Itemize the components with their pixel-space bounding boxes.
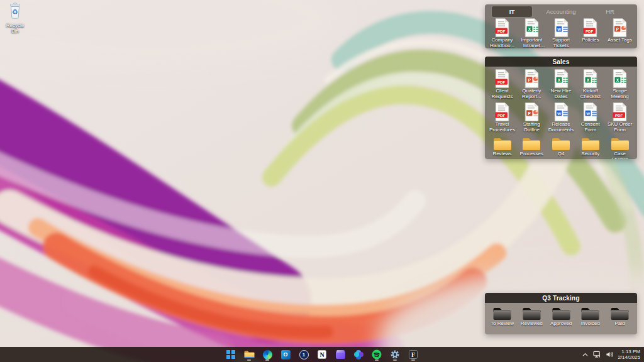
- gear-icon: [390, 349, 400, 359]
- taskbar-clock[interactable]: 1:13 PM 2/14/2025: [618, 349, 641, 360]
- pdf-file-icon: PDF: [494, 18, 510, 37]
- tab-hr[interactable]: HR: [590, 6, 630, 17]
- file-explorer-icon: [244, 350, 255, 359]
- desktop-item-support-tickets[interactable]: W Support Tickets: [547, 18, 575, 48]
- fences-group-it: ITAccountingHR PDF Company Handboo... X …: [485, 4, 637, 48]
- desktop-item-label: Quaterly Report...: [518, 89, 546, 99]
- svg-text:P: P: [528, 111, 531, 116]
- word-file-icon: W: [553, 18, 569, 37]
- folder-dark-file-icon: [522, 305, 541, 321]
- sales-title: Sales: [552, 58, 569, 65]
- outlook-icon: O: [281, 350, 291, 359]
- desktop-item-processes[interactable]: Processes: [518, 136, 546, 159]
- desktop-item-label: Travel Procedures: [488, 122, 516, 133]
- network-tray-icon[interactable]: [593, 351, 601, 358]
- fences-tab-bar: ITAccountingHR: [487, 6, 635, 17]
- pdf-file-icon: PDF: [494, 102, 510, 121]
- fences-taskbar-button[interactable]: F: [407, 348, 419, 361]
- svg-text:PDF: PDF: [497, 29, 505, 33]
- clock-date: 2/14/2025: [618, 354, 640, 360]
- windows-start-icon: [226, 350, 235, 359]
- folder-file-icon: [611, 136, 630, 151]
- desktop-item-important-intranet-links[interactable]: X Important Intranet Links: [518, 18, 546, 48]
- desktop-item-label: Client Requests: [488, 89, 516, 99]
- photos-taskbar-button[interactable]: [352, 348, 365, 361]
- notion-taskbar-button[interactable]: N: [316, 348, 328, 361]
- desktop-item-kickoff-checklist[interactable]: X Kickoff Checklist: [576, 69, 604, 101]
- desktop-item-reviewed[interactable]: Reviewed: [518, 305, 546, 327]
- desktop-item-approved[interactable]: Approved: [547, 305, 575, 327]
- folder-dark-file-icon: [552, 305, 571, 321]
- recycle-bin-icon: ♻: [8, 3, 23, 22]
- tray-chevron-button[interactable]: [582, 351, 589, 358]
- tab-it[interactable]: IT: [492, 6, 532, 17]
- excel-file-icon: X: [582, 69, 598, 88]
- desktop-item-company-handboo[interactable]: PDF Company Handboo...: [488, 18, 516, 48]
- system-tray: 1:13 PM 2/14/2025: [582, 347, 641, 362]
- word-file-icon: W: [582, 102, 598, 121]
- fences-group-q3: Q3 Tracking To Review Reviewed Approved …: [485, 293, 637, 334]
- settings-taskbar-button[interactable]: [389, 348, 401, 361]
- desktop-item-to-review[interactable]: To Review: [488, 305, 516, 327]
- svg-text:P: P: [528, 78, 531, 82]
- recycle-bin-label: Recycle Bin: [2, 23, 28, 34]
- desktop-item-asset-tags[interactable]: P Asset Tags: [606, 18, 634, 48]
- outlook-taskbar-button[interactable]: O: [279, 348, 292, 361]
- spotify-taskbar-button[interactable]: [370, 348, 383, 361]
- edge-taskbar-button[interactable]: [261, 348, 274, 361]
- volume-tray-icon[interactable]: [606, 351, 613, 358]
- taskbar: O1N F: [0, 347, 644, 362]
- desktop-item-scope-meeting[interactable]: X Scope Meeting: [606, 69, 634, 101]
- photos-icon: [354, 350, 364, 359]
- desktop-item-label: Reviewed: [521, 321, 543, 327]
- file-explorer-taskbar-button[interactable]: [243, 348, 255, 361]
- desktop-item-label: New Hire Dates: [547, 89, 575, 99]
- clock-time: 1:13 PM: [618, 349, 640, 354]
- desktop-item-label: SKU Order Form: [606, 122, 634, 133]
- desktop-item-reviews[interactable]: Reviews: [488, 136, 516, 159]
- desktop-item-consent-form[interactable]: W Consent Form: [576, 102, 604, 134]
- edge-icon: [263, 350, 272, 359]
- start-button[interactable]: [225, 348, 237, 361]
- svg-text:W: W: [557, 27, 561, 31]
- svg-text:X: X: [557, 78, 560, 82]
- fences-group-title[interactable]: Sales: [485, 57, 637, 67]
- svg-text:X: X: [616, 78, 619, 82]
- desktop-item-sku-order-form[interactable]: PDF SKU Order Form: [606, 102, 634, 134]
- desktop-item-label: Kickoff Checklist: [576, 89, 604, 99]
- desktop-item-case-studies[interactable]: Case Studies: [606, 136, 634, 159]
- desktop-item-policies[interactable]: PDF Policies: [576, 18, 604, 48]
- ppt-file-icon: P: [524, 69, 540, 88]
- desktop: ♻ Recycle Bin ITAccountingHR PDF Company…: [0, 0, 644, 362]
- folder-dark-file-icon: [580, 305, 600, 321]
- desktop-item-staffing-outline[interactable]: P Staffing Outline: [518, 102, 546, 134]
- folder-file-icon: [581, 136, 600, 151]
- recycle-bin-shortcut[interactable]: ♻ Recycle Bin: [2, 3, 28, 34]
- desktop-item-label: Approved: [550, 321, 572, 327]
- 1password-taskbar-button[interactable]: 1: [297, 348, 310, 361]
- pdf-file-icon: PDF: [494, 69, 510, 88]
- excel-file-icon: X: [612, 69, 628, 88]
- desktop-item-invoiced[interactable]: Invoiced: [576, 305, 604, 327]
- desktop-item-security[interactable]: Security: [576, 136, 604, 159]
- desktop-item-paid[interactable]: Paid: [606, 305, 634, 327]
- svg-text:♻: ♻: [12, 8, 18, 16]
- tab-accounting[interactable]: Accounting: [541, 6, 581, 17]
- fences-group-title[interactable]: Q3 Tracking: [485, 293, 637, 303]
- desktop-item-client-requests[interactable]: PDF Client Requests: [488, 69, 516, 101]
- svg-text:P: P: [616, 27, 619, 31]
- movies-tv-taskbar-button[interactable]: [334, 348, 347, 361]
- svg-text:PDF: PDF: [615, 113, 623, 118]
- desktop-item-label: Paid: [614, 321, 625, 327]
- desktop-item-travel-procedures[interactable]: PDF Travel Procedures: [488, 102, 516, 134]
- 1password-icon: 1: [299, 350, 309, 359]
- fences-icon: F: [409, 350, 418, 359]
- excel-file-icon: X: [553, 69, 569, 88]
- desktop-item-release-documents[interactable]: W Release Documents: [547, 102, 575, 134]
- folder-dark-file-icon: [610, 305, 630, 321]
- ppt-file-icon: P: [612, 18, 628, 37]
- desktop-item-new-hire-dates[interactable]: X New Hire Dates: [547, 69, 575, 101]
- folder-file-icon: [522, 136, 541, 151]
- desktop-item-q4[interactable]: Q4: [547, 136, 575, 159]
- desktop-item-quaterly-report[interactable]: P Quaterly Report...: [518, 69, 546, 101]
